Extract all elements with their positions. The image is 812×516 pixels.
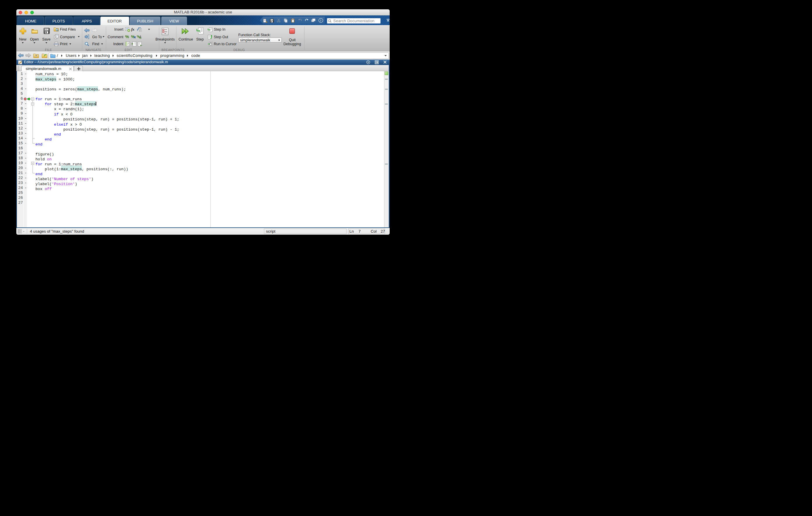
svg-text:%: % <box>125 34 129 39</box>
svg-text:fi: fi <box>140 28 141 31</box>
svg-text:?: ? <box>320 19 322 22</box>
svg-text:fx: fx <box>131 27 135 31</box>
